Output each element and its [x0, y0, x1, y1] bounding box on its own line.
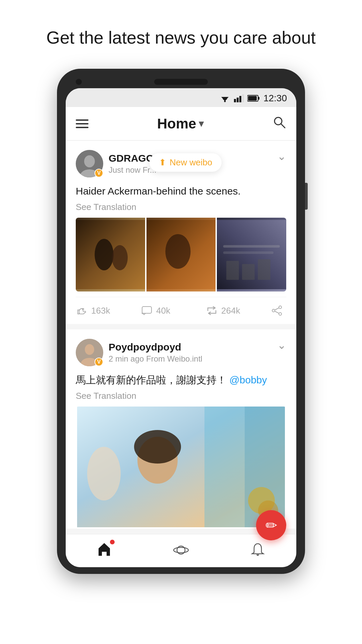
page-headline: Get the latest news you care about	[26, 0, 336, 69]
hamburger-line1	[76, 119, 88, 121]
search-icon	[272, 115, 286, 129]
svg-rect-9	[248, 96, 257, 101]
repost-button[interactable]: 264k	[206, 305, 271, 317]
svg-line-11	[281, 124, 285, 128]
nav-notifications-button[interactable]	[249, 542, 266, 558]
search-button[interactable]	[272, 115, 286, 132]
status-time: 12:30	[263, 93, 287, 104]
like-button[interactable]: 163k	[76, 305, 141, 317]
svg-rect-24	[242, 264, 255, 280]
svg-point-13	[84, 155, 95, 167]
comment-button[interactable]: 40k	[141, 305, 206, 317]
svg-point-36	[87, 447, 121, 500]
post-card-2: V Poydpoydpoyd 2 min ago From Weibo.intl…	[66, 329, 296, 529]
see-translation-button[interactable]: See Translation	[76, 202, 286, 212]
phone-frame: 12:30 Home ▾	[57, 69, 305, 574]
post-single-image	[76, 407, 286, 527]
svg-point-27	[279, 306, 282, 309]
post-user-info-2: V Poydpoydpoyd 2 min ago From Weibo.intl	[76, 339, 202, 366]
like-count: 163k	[91, 306, 110, 316]
bottom-navigation	[66, 534, 296, 567]
dropdown-arrow-icon: ▾	[199, 118, 203, 129]
wifi-icon	[219, 94, 231, 102]
svg-rect-22	[223, 252, 274, 254]
hamburger-line2	[76, 123, 88, 124]
post-user-info: V GDRAGON Just now Fr...	[76, 150, 161, 177]
tooltip-arrow-icon: ⬆	[159, 157, 166, 168]
svg-point-29	[279, 313, 282, 315]
like-icon	[76, 305, 88, 317]
share-button[interactable]	[271, 305, 286, 317]
username-2[interactable]: Poydpoydpoyd	[109, 341, 202, 353]
svg-rect-5	[239, 96, 241, 102]
svg-point-10	[275, 117, 282, 125]
svg-point-28	[272, 309, 275, 312]
repost-count: 264k	[221, 306, 240, 316]
compose-fab-button[interactable]: ✏	[256, 510, 286, 540]
signal-icon	[234, 94, 244, 102]
post-image-1-content	[76, 218, 145, 291]
share-icon	[271, 305, 283, 317]
nav-home-badge	[110, 540, 115, 544]
phone-top	[66, 79, 296, 85]
nav-explore-button[interactable]	[173, 542, 189, 558]
post-text: Haider Ackerman-behind the scenes.	[76, 183, 286, 199]
post-image-1[interactable]	[76, 218, 145, 291]
svg-point-44	[174, 547, 188, 553]
post-image-grid	[76, 218, 286, 291]
comment-count: 40k	[156, 306, 170, 316]
phone-screen: 12:30 Home ▾	[66, 88, 296, 567]
svg-point-17	[112, 245, 128, 270]
screen-inner: 12:30 Home ▾	[66, 88, 296, 567]
repost-icon	[206, 305, 218, 317]
avatar-wrap-2: V	[76, 339, 103, 366]
svg-point-38	[134, 430, 181, 464]
camera-dot	[76, 79, 82, 85]
post-options-button[interactable]: ⌄	[277, 150, 286, 163]
svg-rect-8	[258, 97, 259, 100]
hamburger-menu-button[interactable]	[76, 119, 88, 128]
side-button	[305, 183, 308, 210]
svg-rect-6	[242, 94, 244, 102]
speaker-grill	[154, 79, 208, 85]
app-header: Home ▾	[66, 107, 296, 141]
home-icon	[96, 541, 113, 558]
post-image-2[interactable]	[146, 218, 216, 291]
svg-rect-25	[258, 259, 270, 280]
svg-rect-23	[227, 261, 239, 280]
avatar-wrap: V	[76, 150, 103, 177]
feed: V GDRAGON Just now Fr... ⬆ New weibo	[66, 141, 296, 529]
notification-icon	[249, 542, 266, 558]
header-title[interactable]: Home ▾	[157, 116, 204, 132]
post-mention[interactable]: @bobby	[229, 374, 267, 385]
svg-point-16	[95, 239, 113, 270]
post-image-single[interactable]	[76, 407, 286, 529]
hamburger-line3	[76, 127, 88, 128]
post-options-button-2[interactable]: ⌄	[277, 339, 286, 352]
svg-point-33	[85, 344, 94, 355]
status-icons: 12:30	[219, 93, 287, 104]
explore-icon	[173, 542, 189, 558]
post-actions: 163k 40k	[76, 297, 286, 324]
svg-rect-26	[142, 307, 152, 313]
post-image-2-content	[146, 218, 216, 291]
post-card: V GDRAGON Just now Fr... ⬆ New weibo	[66, 141, 296, 324]
verified-badge-2: V	[95, 358, 103, 366]
svg-point-2	[224, 101, 226, 102]
post-text-2: 馬上就有新的作品啦，謝謝支持！ @bobby	[76, 372, 286, 387]
comment-icon	[141, 305, 153, 317]
post-header: V GDRAGON Just now Fr... ⬆ New weibo	[76, 150, 286, 177]
compose-icon: ✏	[265, 517, 277, 534]
post-image-3[interactable]	[217, 218, 286, 291]
svg-line-30	[275, 308, 279, 310]
new-weibo-tooltip[interactable]: ⬆ New weibo	[149, 153, 222, 172]
see-translation-button-2[interactable]: See Translation	[76, 391, 286, 401]
post-meta-2: 2 min ago From Weibo.intl	[109, 354, 202, 364]
user-text-info-2: Poydpoydpoyd 2 min ago From Weibo.intl	[109, 341, 202, 364]
svg-rect-21	[223, 245, 280, 248]
nav-home-button[interactable]	[96, 541, 113, 559]
svg-rect-4	[237, 98, 239, 102]
header-title-text: Home	[157, 116, 196, 132]
post-image-3-content	[217, 218, 286, 291]
svg-rect-3	[234, 99, 236, 102]
